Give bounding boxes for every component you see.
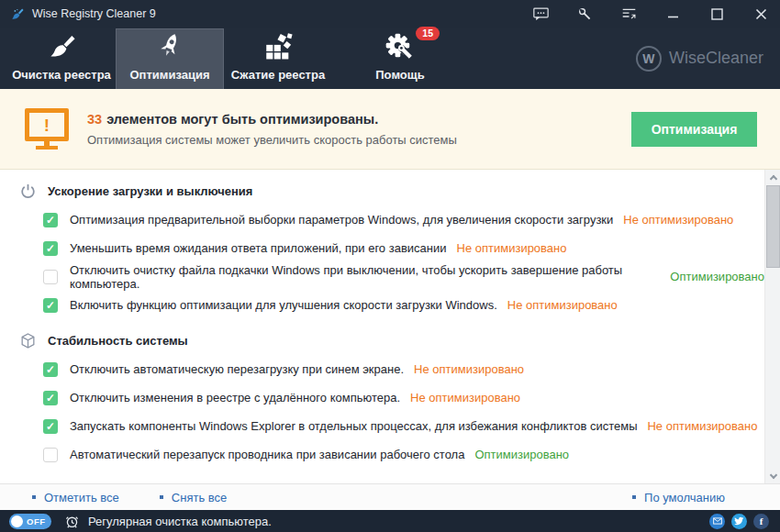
email-icon[interactable] (709, 514, 725, 529)
toggle-label: OFF (27, 516, 46, 526)
item-checkbox[interactable] (43, 213, 58, 227)
item-checkbox[interactable] (43, 419, 58, 434)
tab-label: Помощь (375, 68, 424, 82)
select-all-link[interactable]: Отметить все (32, 491, 119, 504)
nav-tabs: Очистка реестра Оптимизация (0, 28, 780, 89)
item-status: Не оптимизировано (414, 362, 524, 376)
footer: Отметить все Снять все По умолчанию (0, 483, 780, 510)
item-label: Отключить изменения в реестре с удалённо… (70, 391, 400, 405)
banner-subtitle: Оптимизация системы может увеличить скор… (87, 133, 457, 147)
section-header-boot: Ускорение загрузки и выключения (0, 170, 764, 205)
titlebar: Wise Registry Cleaner 9 (0, 0, 780, 28)
tab-label: Сжатие реестра (231, 68, 325, 82)
item-label: Автоматический перезапуск проводника при… (70, 448, 464, 461)
minimize-button[interactable] (664, 6, 681, 21)
tab-label: Очистка реестра (12, 68, 111, 82)
facebook-icon[interactable]: f (753, 514, 769, 529)
scheduler-toggle[interactable]: OFF (9, 514, 51, 529)
brush-icon (46, 30, 77, 63)
list-item[interactable]: Уменьшить время ожидания ответа приложен… (0, 234, 764, 262)
twitter-icon[interactable] (731, 514, 747, 529)
brand-name: WiseCleaner (669, 49, 763, 68)
statusbar-text: Регулярная очистка компьютера. (88, 515, 272, 528)
list-item[interactable]: Отключить изменения в реестре с удалённо… (0, 383, 764, 412)
list-item[interactable]: Запускать компоненты Windows Explorer в … (0, 412, 764, 440)
section-title: Ускорение загрузки и выключения (48, 184, 252, 198)
maximize-button[interactable] (708, 6, 725, 21)
list-item[interactable]: Отключить очистку файла подкачки Windows… (0, 262, 764, 291)
app-logo-icon (9, 6, 25, 22)
scroll-down-icon[interactable] (765, 469, 780, 483)
clear-all-link[interactable]: Снять все (160, 491, 227, 504)
cube-icon (19, 332, 37, 349)
power-icon (19, 183, 37, 200)
list-item[interactable]: Оптимизация предварительной выборки пара… (0, 205, 764, 234)
banner-heading: 33элементов могут быть оптимизированы. (87, 112, 457, 127)
item-label: Запускать компоненты Windows Explorer в … (70, 419, 637, 433)
item-checkbox[interactable] (43, 448, 58, 462)
items-count: 33 (87, 112, 102, 127)
tab-label: Оптимизация (129, 68, 209, 82)
item-checkbox[interactable] (43, 391, 58, 405)
item-checkbox[interactable] (43, 241, 58, 256)
optimization-list: Ускорение загрузки и выключения Оптимиза… (0, 170, 780, 483)
item-label: Оптимизация предварительной выборки пара… (70, 213, 613, 227)
item-status: Не оптимизировано (647, 419, 757, 433)
list-item[interactable]: Включить функцию оптимизации для улучшен… (0, 291, 764, 319)
item-status: Оптимизировано (474, 448, 569, 461)
item-status: Не оптимизировано (410, 391, 520, 405)
scrollbar[interactable] (764, 170, 780, 483)
item-label: Отключить автоматическую перезагрузку пр… (70, 362, 404, 376)
item-checkbox[interactable] (43, 362, 58, 377)
help-badge: 15 (416, 27, 440, 40)
section-header-stability: Стабильность системы (0, 319, 764, 355)
feedback-icon[interactable] (532, 6, 549, 21)
scroll-up-icon[interactable] (765, 170, 780, 184)
item-checkbox[interactable] (43, 298, 58, 313)
optimize-button[interactable]: Оптимизация (631, 112, 757, 147)
list-item[interactable]: Отключить автоматическую перезагрузку пр… (0, 355, 764, 383)
defaults-link[interactable]: По умолчанию (632, 491, 725, 504)
menu-icon[interactable] (620, 6, 637, 21)
item-label: Включить функцию оптимизации для улучшен… (70, 298, 497, 312)
item-status: Не оптимизировано (457, 241, 567, 255)
item-status: Оптимизировано (670, 270, 764, 283)
statusbar: OFF Регулярная очистка компьютера. (0, 510, 780, 532)
item-checkbox[interactable] (43, 270, 58, 284)
tab-help[interactable]: 15 Помощь (352, 28, 448, 89)
item-status: Не оптимизировано (623, 213, 733, 227)
defrag-icon (262, 30, 294, 63)
alarm-clock-icon (64, 514, 80, 529)
app-window: Wise Registry Cleaner 9 (0, 0, 780, 532)
tools-wrench-icon[interactable] (576, 6, 593, 21)
tab-registry-defrag[interactable]: Сжатие реестра (224, 28, 332, 89)
optimization-banner: ! 33элементов могут быть оптимизированы.… (0, 89, 780, 170)
brand-w-icon: W (636, 46, 662, 72)
brand-logo: W WiseCleaner (636, 28, 763, 89)
scrollbar-thumb[interactable] (766, 185, 780, 268)
help-gear-icon: 15 (384, 30, 416, 63)
window-title: Wise Registry Cleaner 9 (32, 7, 156, 20)
tab-optimization[interactable]: Оптимизация (116, 28, 224, 89)
item-label: Уменьшить время ожидания ответа приложен… (70, 241, 447, 255)
item-status: Не оптимизировано (507, 298, 618, 312)
monitor-warning-icon: ! (23, 108, 71, 150)
tab-registry-cleanup[interactable]: Очистка реестра (7, 28, 116, 89)
list-item[interactable]: Автоматический перезапуск проводника при… (0, 440, 764, 469)
section-title: Стабильность системы (48, 334, 188, 348)
rocket-icon (154, 30, 185, 63)
toggle-knob (11, 515, 23, 527)
close-button[interactable] (752, 6, 769, 21)
item-label: Отключить очистку файла подкачки Windows… (70, 263, 660, 291)
